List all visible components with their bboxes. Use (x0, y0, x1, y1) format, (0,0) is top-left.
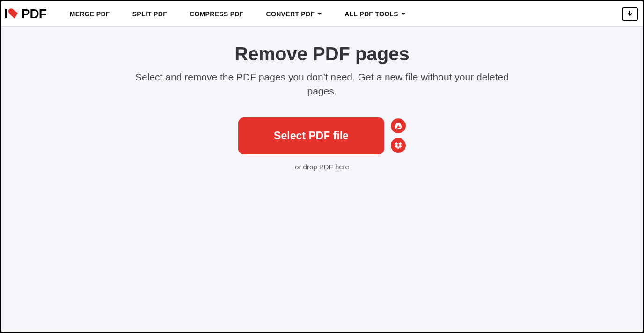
header: I PDF MERGE PDF SPLIT PDF COMPRESS PDF C… (1, 1, 643, 27)
dropbox-icon (395, 142, 402, 149)
logo-text-left: I (4, 7, 7, 22)
main-content: Remove PDF pages Select and remove the P… (1, 27, 643, 332)
nav-convert-label: CONVERT PDF (266, 10, 315, 18)
nav-convert[interactable]: CONVERT PDF (266, 10, 322, 18)
nav-compress-label: COMPRESS PDF (190, 10, 244, 18)
nav-all-tools-label: ALL PDF TOOLS (344, 10, 398, 18)
nav-merge-label: MERGE PDF (70, 10, 110, 18)
google-drive-icon (395, 123, 402, 129)
dropbox-button[interactable] (391, 138, 406, 153)
download-desktop-button[interactable] (622, 7, 638, 21)
google-drive-button[interactable] (391, 118, 406, 133)
nav: MERGE PDF SPLIT PDF COMPRESS PDF CONVERT… (70, 10, 406, 18)
chevron-down-icon (317, 13, 322, 15)
nav-merge[interactable]: MERGE PDF (70, 10, 110, 18)
logo-text-right: PDF (22, 7, 46, 22)
select-file-button[interactable]: Select PDF file (238, 117, 384, 154)
download-icon (627, 11, 633, 17)
nav-split[interactable]: SPLIT PDF (132, 10, 167, 18)
logo[interactable]: I PDF (4, 7, 46, 22)
nav-all-tools[interactable]: ALL PDF TOOLS (344, 10, 406, 18)
page-title: Remove PDF pages (1, 43, 643, 65)
drop-text: or drop PDF here (1, 163, 643, 171)
chevron-down-icon (401, 13, 406, 15)
heart-icon (8, 8, 21, 20)
page-subtitle: Select and remove the PDF pages you don'… (130, 70, 514, 99)
nav-compress[interactable]: COMPRESS PDF (190, 10, 244, 18)
cloud-buttons (391, 118, 406, 153)
nav-split-label: SPLIT PDF (132, 10, 167, 18)
upload-row: Select PDF file (1, 117, 643, 154)
